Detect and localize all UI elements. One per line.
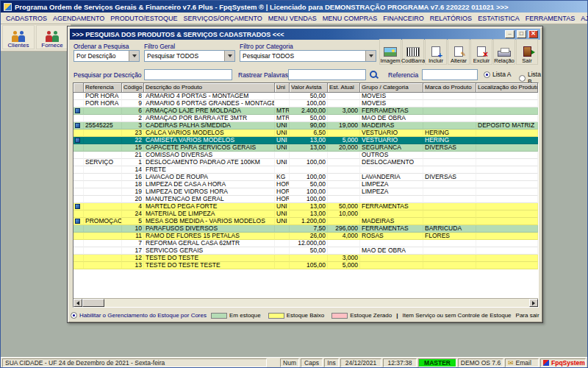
column-header-brand[interactable]: Marca do Produto: [423, 83, 476, 93]
action-button-label: CodBarra: [401, 57, 425, 64]
cell-ref: [84, 115, 122, 122]
reference-input[interactable]: [422, 69, 478, 80]
statusbar: SUA CIDADE - UF 24 de Dezembro de 2021 -…: [1, 357, 587, 367]
column-header-uni[interactable]: Uni: [275, 83, 290, 93]
search-icon[interactable]: [369, 70, 379, 79]
sair-button[interactable]: Sair: [516, 39, 538, 65]
table-row[interactable]: 23CALCA VARIOS MODELOSUNI6,50VESTUARIOHE…: [74, 130, 538, 137]
column-header-group[interactable]: Grupo / Categoria: [360, 83, 423, 93]
table-row[interactable]: 15CAPACETE PARA SERVICOS GERAISUNI13,002…: [74, 144, 538, 152]
order-search-select[interactable]: Por Descrição: [74, 50, 140, 62]
menu-estatistica[interactable]: ESTATISTICA: [475, 15, 523, 22]
horizontal-scrollbar[interactable]: [74, 298, 538, 307]
scroll-left-icon[interactable]: [74, 299, 82, 307]
table-row[interactable]: 7REFORMA GERAL CASA 62MTR12.000,00: [74, 240, 538, 247]
cell-code: 1: [122, 159, 144, 166]
incluir-button[interactable]: Incluir: [425, 39, 447, 65]
cell-ind: [74, 174, 84, 181]
cell-group: FERRAMENTAS: [360, 107, 423, 115]
menu-menu-vendas[interactable]: MENU VENDAS: [265, 15, 320, 22]
product-image-icon: [75, 123, 80, 128]
cell-ref: [84, 233, 122, 240]
menu-servi-os-or-amento[interactable]: SERVIÇOS/ORÇAMENTO: [181, 15, 265, 22]
table-row[interactable]: 2ARMAÇÃO POR BARRA ATE 3MTRMTR50,00MÃO D…: [74, 115, 538, 122]
table-row[interactable]: SERVIÇO1DESLOCAMENTO PADRAO ATE 100KMUNI…: [74, 159, 538, 166]
table-row[interactable]: PROMOÇÃO5MESA SOB MEDIDA - VARIOS MODELO…: [74, 218, 538, 225]
codbarra-button[interactable]: CodBarra: [402, 39, 424, 65]
search-description-input[interactable]: [144, 69, 232, 80]
menu-financeiro[interactable]: FINANCEIRO: [380, 15, 427, 22]
imagem-button[interactable]: Imagem: [379, 39, 401, 65]
menu-menu-compras[interactable]: MENU COMPRAS: [320, 15, 381, 22]
cell-desc: CAMISETA VARIOS MODELOS: [144, 137, 275, 144]
close-icon[interactable]: [528, 30, 538, 38]
menu-ajuda[interactable]: AJUDA: [578, 15, 588, 22]
table-row[interactable]: 4MARTELO PEGA FORTEUNI13,0050,000FERRAME…: [74, 203, 538, 210]
chevron-down-icon[interactable]: [129, 51, 139, 61]
column-header-stock[interactable]: Est. Atual: [328, 83, 360, 93]
column-header-ind[interactable]: [74, 83, 84, 93]
cell-loc: [476, 159, 538, 166]
table-row[interactable]: 12TESTE DO TESTE3,000: [74, 255, 538, 262]
cell-loc: [476, 130, 538, 137]
menu-ferramentas[interactable]: FERRAMENTAS: [523, 15, 578, 22]
alterar-button[interactable]: Alterar: [448, 39, 470, 65]
table-row[interactable]: 14FRETE: [74, 166, 538, 174]
main-titlebar[interactable]: Programa Ordem de Serviços Gerais & Fina…: [1, 1, 587, 13]
table-row[interactable]: 255452253CADEIRAS PALHA S/MEDIDAUNI90,00…: [74, 122, 538, 130]
track-words-input[interactable]: [288, 69, 366, 80]
stock-colors-toggle[interactable]: Habilitar o Gerenciamento do Estoque por…: [71, 312, 207, 319]
cell-price: 6,50: [290, 130, 328, 137]
table-row[interactable]: POR HORA8ARMARIO 4 PORTAS - MONTAGEM50,0…: [74, 93, 538, 100]
minimize-icon[interactable]: [505, 30, 514, 38]
menu-produto-estoque[interactable]: PRODUTO/ESTOQUE: [107, 15, 180, 22]
column-header-desc[interactable]: Descrição do Produto: [144, 83, 275, 93]
menu-relat-rios[interactable]: RELATÓRIOS: [427, 15, 475, 22]
table-row[interactable]: 19LIMPEZA DE VIDROS HORAHOR100,00LIMPEZA: [74, 188, 538, 196]
menu-agendamento[interactable]: AGENDAMENTO: [50, 15, 107, 22]
column-header-price[interactable]: Valor Avista: [290, 83, 328, 93]
scrollbar-thumb[interactable]: [82, 299, 104, 307]
table-row[interactable]: 17SERVICOS GERAIS50,00MÃO DE OBRA: [74, 247, 538, 255]
table-row[interactable]: POR HORA9ARMARIO 6 PORTAS GRANDES - MONT…: [74, 100, 538, 107]
table-row[interactable]: 24MATERIAL DE LIMPEZAUNI13,0010,000: [74, 210, 538, 218]
lista-a-radio[interactable]: Lista A: [484, 71, 512, 78]
cell-loc: DEPOSITO MATRIZ: [476, 122, 538, 130]
cell-ref: POR HORA: [84, 100, 122, 107]
cell-group: [360, 262, 423, 269]
excluir-button[interactable]: Excluir: [470, 39, 492, 65]
chevron-down-icon[interactable]: [365, 51, 376, 61]
status-version: DEMO OS 7.6: [458, 358, 503, 367]
table-row[interactable]: 6ARMAÇÃO LAJE PRE MOLDADAMTR2.400,003,00…: [74, 107, 538, 115]
cell-stock: [328, 115, 360, 122]
table-row[interactable]: 20MANUTENCAO EM GERALHOR100,00: [74, 196, 538, 203]
legend-label: Estoque Baixo: [287, 312, 325, 319]
products-grid[interactable]: ReferenciaCódigoDescrição do ProdutoUniV…: [73, 82, 539, 308]
table-row[interactable]: 13TESTE DO TESTE TESTE105,005,000: [74, 262, 538, 269]
maximize-icon[interactable]: [517, 30, 526, 38]
cell-brand: [423, 166, 476, 174]
clientes-button[interactable]: Clientes: [2, 25, 35, 49]
cell-code: 5: [122, 218, 144, 225]
barcode-icon: [406, 47, 420, 57]
general-filter-select[interactable]: Pesquisar TODOS: [144, 50, 235, 62]
column-header-loc[interactable]: Localização do Produto: [476, 83, 538, 93]
menu-cadastros[interactable]: CADASTROS: [3, 15, 50, 22]
table-row[interactable]: 18LIMPEZA DE CASA A HORAHOR50,00LIMPEZA: [74, 181, 538, 188]
cell-desc: CADEIRAS PALHA S/MEDIDA: [144, 122, 275, 130]
table-row[interactable]: 10PARAFUSOS DIVERSOS7,50296,000FERRAMENT…: [74, 225, 538, 233]
table-row[interactable]: 21COMISSAO DIVERSASOUTROS: [74, 152, 538, 159]
rela-o-button[interactable]: Relação: [493, 39, 515, 65]
table-row[interactable]: 22CAMISETA VARIOS MODELOSUNI13,005,000VE…: [74, 137, 538, 144]
scroll-right-icon[interactable]: [529, 299, 538, 307]
table-row[interactable]: 11RAMO DE FLORES 15 PETALAS26,004,000ROS…: [74, 233, 538, 240]
category-filter-select[interactable]: Pesquisar TODOS: [240, 50, 376, 62]
column-header-code[interactable]: Código: [122, 83, 144, 93]
cell-ind: [74, 233, 84, 240]
column-header-ref[interactable]: Referencia: [84, 83, 122, 93]
table-row[interactable]: 16LAVACAO DE ROUPAKG100,00LAVANDERIADIVE…: [74, 174, 538, 181]
fornece-button[interactable]: Fornece: [36, 25, 68, 49]
dialog-titlebar[interactable]: >>> PESQUISA DOS PRODUTOS & SERVIÇOS CAD…: [70, 29, 540, 40]
chevron-down-icon[interactable]: [224, 51, 234, 61]
cell-price: 7,50: [290, 225, 328, 233]
